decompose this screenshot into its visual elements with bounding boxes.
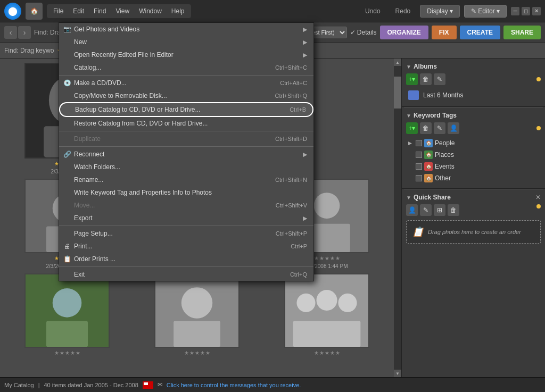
- menu-new[interactable]: New ▶: [59, 36, 313, 48]
- qs-delete-button[interactable]: 🗑: [448, 204, 459, 216]
- menu-make-cd[interactable]: 💿 Make a CD/DVD... Ctrl+Alt+C: [59, 77, 313, 89]
- svg-rect-19: [46, 321, 88, 347]
- redo-button[interactable]: Redo: [390, 5, 416, 17]
- submenu-arrow: ▶: [303, 151, 307, 158]
- photo-cell[interactable]: ★★★★★: [134, 273, 260, 358]
- restore-button[interactable]: ◻: [522, 7, 530, 15]
- album-item-last6months[interactable]: Last 6 Months: [406, 88, 541, 102]
- edit-tag-button[interactable]: ✎: [434, 122, 445, 134]
- shortcut-label: Ctrl+Shift+D: [275, 136, 307, 142]
- display-button[interactable]: Display ▾: [420, 5, 460, 18]
- svg-rect-22: [174, 321, 220, 347]
- quick-share-drop-text: Drag photos here to create an order: [428, 229, 521, 235]
- delete-album-button[interactable]: 🗑: [420, 73, 432, 85]
- tag-row-places[interactable]: 🏠 Places: [406, 149, 541, 161]
- tab-create[interactable]: CREATE: [460, 26, 500, 39]
- menu-export[interactable]: Export ▶: [59, 212, 313, 224]
- menu-get-photos[interactable]: 📷 Get Photos and Videos ▶: [59, 23, 313, 36]
- tag-row-events[interactable]: 🏠 Events: [406, 161, 541, 172]
- menu-rename[interactable]: Rename... Ctrl+Shift+N: [59, 173, 313, 186]
- scroll-thumb[interactable]: [394, 77, 401, 109]
- app-logo: ⬤: [4, 3, 21, 20]
- scroll-down-button[interactable]: ▼: [394, 370, 401, 377]
- status-message[interactable]: Click here to control the messages that …: [167, 382, 301, 388]
- window-menu[interactable]: Window: [135, 5, 166, 17]
- qs-edit-button[interactable]: ✎: [420, 204, 432, 216]
- add-tag-button[interactable]: +▾: [406, 122, 418, 134]
- qs-view-button[interactable]: ⊞: [434, 204, 445, 216]
- qs-share-button[interactable]: 👤: [406, 204, 418, 216]
- edit-menu[interactable]: Edit: [69, 5, 88, 17]
- menu-backup-catalog[interactable]: Backup Catalog to CD, DVD or Hard Drive.…: [59, 102, 313, 117]
- menu-restore-catalog[interactable]: Restore Catalog from CD, DVD or Hard Dri…: [59, 117, 313, 130]
- svg-point-26: [338, 294, 357, 312]
- find-menu[interactable]: Find: [89, 5, 110, 17]
- tag-checkbox-places[interactable]: [416, 152, 422, 158]
- minimize-button[interactable]: ─: [511, 7, 519, 15]
- quick-share-title: ▼ Quick Share: [406, 194, 451, 201]
- close-button[interactable]: ✕: [532, 7, 541, 15]
- menu-move: Move... Ctrl+Shift+V: [59, 199, 313, 212]
- menu-duplicate: Duplicate Ctrl+Shift+D: [59, 132, 313, 145]
- nav-buttons: ‹ ›: [4, 26, 31, 39]
- tag-checkbox-events[interactable]: [416, 163, 422, 170]
- tag-row-other[interactable]: 🏠 Other: [406, 172, 541, 184]
- items-label: 40 items dated Jan 2005 - Dec 2008: [44, 382, 138, 388]
- menu-catalog[interactable]: Catalog... Ctrl+Shift+C: [59, 61, 313, 74]
- submenu-arrow: ▶: [303, 215, 307, 222]
- back-button[interactable]: ‹: [4, 26, 17, 39]
- print-icon: 🖨: [62, 243, 72, 250]
- menu-separator: [59, 146, 313, 147]
- album-icon: [408, 90, 419, 100]
- svg-rect-27: [293, 321, 361, 347]
- view-menu[interactable]: View: [111, 5, 134, 17]
- tag-row-people[interactable]: ▶ 🏠 People: [406, 137, 541, 149]
- tab-share[interactable]: SHARE: [503, 26, 541, 39]
- menu-print[interactable]: 🖨 Print... Ctrl+P: [59, 240, 313, 253]
- keyword-tags-title: Keyword Tags: [414, 112, 457, 119]
- photo-cell[interactable]: ★★★★★: [4, 273, 130, 358]
- menu-open-recently[interactable]: Open Recently Edited File in Editor ▶: [59, 48, 313, 61]
- file-menu[interactable]: File: [49, 5, 68, 17]
- menu-write-keyword[interactable]: Write Keyword Tag and Properties Info to…: [59, 186, 313, 199]
- menu-copy-move[interactable]: Copy/Move to Removable Disk... Ctrl+Shif…: [59, 89, 313, 102]
- tag-label-events: Events: [435, 163, 455, 170]
- undo-button[interactable]: Undo: [360, 5, 386, 17]
- menu-order-prints[interactable]: 📋 Order Prints ...: [59, 253, 313, 265]
- shortcut-label: Ctrl+Q: [290, 271, 307, 278]
- details-button[interactable]: ✓ Details: [350, 29, 377, 36]
- quick-share-arrow: ▼: [406, 195, 411, 201]
- menu-page-setup[interactable]: Page Setup... Ctrl+Shift+P: [59, 227, 313, 240]
- photo-stars: ★★★★★: [184, 350, 210, 356]
- tag-checkbox-people[interactable]: [416, 140, 422, 146]
- photo-cell[interactable]: ★★★★★: [264, 273, 390, 358]
- editor-button[interactable]: ✎ Editor ▾: [464, 5, 507, 18]
- window-controls: ─ ◻ ✕: [511, 7, 541, 15]
- add-album-button[interactable]: +▾: [406, 73, 418, 85]
- tag-extra-button[interactable]: 👤: [448, 122, 459, 134]
- svg-point-18: [53, 288, 82, 318]
- quick-share-drop-area[interactable]: 📋 Drag photos here to create an order: [406, 220, 541, 244]
- svg-point-24: [296, 294, 315, 312]
- tag-label-other: Other: [435, 174, 451, 182]
- scroll-up-button[interactable]: ▲: [394, 59, 401, 66]
- qs-help-dot: [536, 204, 541, 208]
- home-button[interactable]: 🏠: [26, 3, 43, 20]
- shortcut-label: Ctrl+Shift+C: [275, 64, 307, 71]
- keyword-tags-section: ▼ Keyword Tags +▾ 🗑 ✎ 👤 ▶ 🏠 People: [402, 107, 545, 189]
- shortcut-label: Ctrl+Shift+N: [275, 177, 307, 183]
- albums-header: ▼ Albums: [406, 63, 541, 70]
- menu-exit[interactable]: Exit Ctrl+Q: [59, 268, 313, 281]
- tab-organize[interactable]: ORGANIZE: [380, 26, 428, 39]
- edit-album-button[interactable]: ✎: [434, 73, 445, 85]
- tab-fix[interactable]: FIX: [432, 26, 457, 39]
- help-menu[interactable]: Help: [167, 5, 189, 17]
- quick-share-close-button[interactable]: ✕: [535, 194, 541, 201]
- menu-watch-folders[interactable]: Watch Folders...: [59, 161, 313, 173]
- delete-tag-button[interactable]: 🗑: [420, 122, 432, 134]
- tag-checkbox-other[interactable]: [416, 175, 422, 181]
- scroll-track[interactable]: ▲ ▼: [394, 59, 401, 377]
- forward-button[interactable]: ›: [18, 26, 31, 39]
- menu-reconnect[interactable]: 🔗 Reconnect ▶: [59, 148, 313, 161]
- menu-bar: File Edit Find View Window Help: [47, 4, 191, 18]
